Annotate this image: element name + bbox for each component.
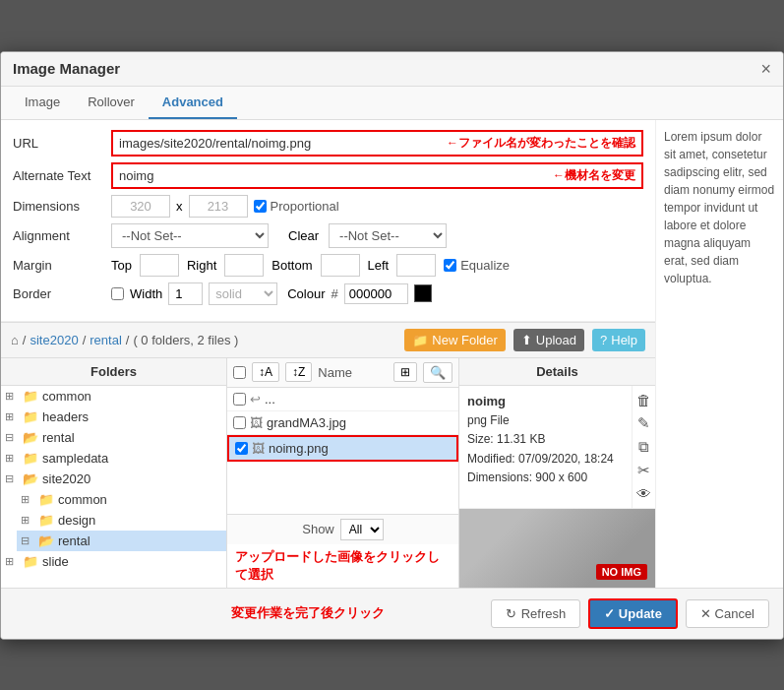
toggle-sampledata: ⊞ [5, 452, 19, 465]
alt-value: noimg [119, 168, 547, 183]
dimensions-label: Dimensions [13, 199, 111, 214]
tree-item-headers[interactable]: ⊞ 📁 headers [1, 407, 226, 427]
select-all-checkbox[interactable] [233, 366, 246, 379]
search-button[interactable]: 🔍 [423, 362, 452, 383]
show-select[interactable]: All [340, 519, 384, 540]
details-filename: noimg [467, 392, 624, 412]
equalize-checkbox[interactable] [444, 259, 456, 272]
update-label: ✓ Update [604, 606, 662, 621]
breadcrumb-bar: ⌂ / site2020 / rental / ( 0 folders, 2 f… [1, 322, 655, 358]
upload-icon: ⬆ [521, 333, 532, 347]
upload-button[interactable]: ⬆ Upload [513, 329, 584, 351]
border-width-input[interactable] [168, 282, 203, 305]
image-manager-dialog: Image Manager × Image Rollover Advanced … [0, 51, 784, 640]
colour-swatch[interactable] [414, 284, 432, 302]
url-annotation: ←ファイル名が変わったことを確認 [447, 135, 635, 152]
tree-item-common2[interactable]: ⊞ 📁 common [17, 489, 226, 510]
file-name-noimg: noimg.png [269, 441, 451, 456]
equalize-label: Equalize [444, 258, 510, 273]
tab-advanced[interactable]: Advanced [149, 87, 237, 119]
file-item-grandma3[interactable]: 🖼 grandMA3.jpg [227, 411, 458, 435]
tab-rollover[interactable]: Rollover [74, 87, 149, 119]
margin-controls: Top Right Bottom Left Equalize [111, 254, 510, 277]
tab-image[interactable]: Image [11, 87, 74, 119]
close-button[interactable]: × [760, 60, 771, 78]
file-icon-grandma3: 🖼 [250, 415, 263, 430]
tree-item-common[interactable]: ⊞ 📁 common [1, 386, 226, 407]
border-style-select[interactable]: solid [209, 282, 277, 305]
tree-item-site2020[interactable]: ⊟ 📂 site2020 [1, 469, 226, 489]
tree-label-headers: headers [42, 409, 89, 424]
view-toggle-button[interactable]: ⊞ [393, 362, 417, 382]
breadcrumb-site2020[interactable]: site2020 [30, 333, 78, 347]
url-label: URL [13, 136, 111, 151]
alignment-select[interactable]: --Not Set-- [111, 223, 269, 248]
tree-item-rental[interactable]: ⊟ 📂 rental [1, 427, 226, 448]
cancel-button[interactable]: ✕ Cancel [686, 599, 769, 628]
folder-icon-headers: 📁 [23, 409, 38, 424]
tree-item-rental2[interactable]: ⊟ 📂 rental [17, 531, 226, 551]
folder-icon-site2020: 📂 [23, 471, 38, 486]
file-item-noimg[interactable]: 🖼 noimg.png [227, 435, 458, 462]
clear-select[interactable]: --Not Set-- [329, 223, 447, 248]
tree-label-common: common [42, 389, 91, 404]
tree-label-common2: common [58, 492, 107, 507]
border-controls: Width solid Colour # [111, 282, 432, 305]
tree-item-slide[interactable]: ⊞ 📁 slide [1, 551, 226, 572]
file-item-parent[interactable]: ↩ ... [227, 388, 458, 411]
copy-icon[interactable]: ⧉ [636, 438, 651, 456]
folder-icon: 📁 [412, 333, 428, 347]
margin-label: Margin [13, 258, 111, 273]
file-check-parent[interactable] [233, 393, 246, 406]
edit-icon[interactable]: ✎ [636, 414, 651, 432]
margin-top-input[interactable] [140, 254, 179, 277]
toggle-rental: ⊟ [5, 431, 19, 444]
sort-az-button[interactable]: ↕A [252, 362, 279, 382]
cut-icon[interactable]: ✂ [636, 462, 651, 479]
breadcrumb-rental[interactable]: rental [90, 333, 122, 347]
details-modified: Modified: 07/09/2020, 18:24 [467, 450, 624, 469]
home-icon[interactable]: ⌂ [11, 333, 19, 347]
folder-icon-design: 📁 [38, 513, 54, 528]
no-image-badge: NO IMG [596, 564, 647, 580]
help-button[interactable]: ? Help [592, 329, 645, 351]
eye-icon[interactable]: 👁 [636, 485, 651, 502]
proportional-checkbox[interactable] [254, 200, 267, 213]
folder-icon-sampledata: 📁 [23, 451, 38, 466]
file-toolbar: ↕A ↕Z Name ⊞ 🔍 [227, 358, 458, 388]
name-column-header: Name [318, 365, 388, 380]
alignment-row: Alignment --Not Set-- Clear --Not Set-- [13, 223, 643, 248]
delete-icon[interactable]: 🗑 [636, 392, 651, 408]
sort-za-button[interactable]: ↕Z [285, 362, 312, 382]
height-input[interactable] [189, 195, 248, 218]
right-preview-text: Lorem ipsum dolor sit amet, consetetur s… [655, 120, 783, 588]
margin-bottom-input[interactable] [321, 254, 360, 277]
tree-label-slide: slide [42, 554, 69, 569]
border-checkbox[interactable] [111, 287, 124, 300]
file-icon-noimg: 🖼 [252, 441, 265, 456]
new-folder-button[interactable]: 📁 New Folder [404, 329, 505, 351]
help-icon: ? [600, 333, 607, 347]
update-button[interactable]: ✓ Update [588, 598, 678, 629]
parent-icon: ↩ [250, 392, 261, 407]
margin-left-input[interactable] [396, 254, 436, 277]
bottom-label: Bottom [271, 258, 312, 273]
folder-icon-slide: 📁 [23, 554, 38, 569]
details-info-text: noimg png File Size: 11.31 KB Modified: … [459, 386, 632, 509]
file-area: Folders ⊞ 📁 common ⊞ 📁 headers [1, 358, 655, 588]
file-check-noimg[interactable] [235, 442, 248, 455]
border-colour-input[interactable] [344, 283, 408, 304]
file-footer: Show All [227, 514, 458, 544]
url-row: URL images/site2020/rental/noimg.png ←ファ… [13, 130, 643, 157]
margin-right-input[interactable] [224, 254, 264, 277]
refresh-button[interactable]: ↻ Refresh [491, 599, 581, 628]
tree-item-sampledata[interactable]: ⊞ 📁 sampledata [1, 448, 226, 469]
tab-bar: Image Rollover Advanced [1, 87, 783, 120]
width-input[interactable] [111, 195, 170, 218]
file-check-grandma3[interactable] [233, 416, 246, 429]
tree-item-design[interactable]: ⊞ 📁 design [17, 510, 226, 531]
details-info-area: noimg png File Size: 11.31 KB Modified: … [459, 386, 655, 509]
folder-panel: Folders ⊞ 📁 common ⊞ 📁 headers [1, 358, 227, 588]
breadcrumb: ⌂ / site2020 / rental / ( 0 folders, 2 f… [11, 333, 238, 347]
dialog-header: Image Manager × [1, 52, 783, 87]
